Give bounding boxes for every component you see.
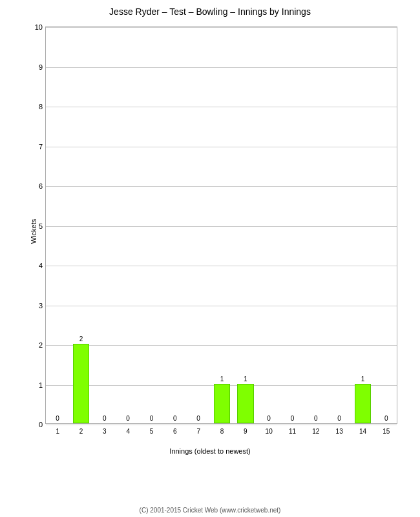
bar bbox=[214, 384, 230, 424]
bar-value-label: 1 bbox=[355, 375, 371, 383]
bar-value-label: 1 bbox=[214, 375, 230, 383]
y-tick-label: 3 bbox=[26, 302, 43, 310]
grid-line bbox=[46, 306, 397, 306]
chart-inner: 0123456789100122030405060718190100110120… bbox=[45, 26, 397, 424]
y-tick-label: 4 bbox=[26, 262, 43, 269]
y-tick-label: 7 bbox=[26, 143, 43, 151]
bar-value-label: 0 bbox=[260, 415, 277, 422]
bar-value-label: 0 bbox=[331, 415, 347, 422]
x-tick-label: 4 bbox=[126, 428, 130, 435]
x-tick-label: 2 bbox=[79, 428, 83, 435]
grid-line bbox=[46, 27, 397, 28]
grid-line bbox=[46, 67, 397, 68]
x-tick-label: 6 bbox=[173, 428, 177, 435]
bar-value-label: 0 bbox=[49, 415, 65, 422]
chart-area: Wickets 01234567891001220304050607181901… bbox=[16, 23, 404, 463]
grid-line bbox=[46, 345, 397, 346]
x-tick-label: 11 bbox=[289, 428, 296, 435]
grid-line bbox=[46, 226, 397, 227]
x-tick-label: 12 bbox=[312, 428, 319, 435]
y-tick-label: 1 bbox=[26, 381, 43, 389]
y-tick-label: 2 bbox=[26, 341, 43, 349]
bar bbox=[355, 384, 371, 424]
bar-value-label: 0 bbox=[143, 415, 160, 422]
grid-line bbox=[46, 107, 397, 107]
y-tick-label: 10 bbox=[26, 23, 43, 31]
grid-line bbox=[46, 186, 397, 187]
y-tick-label: 6 bbox=[26, 182, 43, 190]
x-tick-label: 8 bbox=[220, 428, 224, 435]
x-tick-label: 7 bbox=[196, 428, 200, 435]
chart-container: Jesse Ryder – Test – Bowling – Innings b… bbox=[0, 0, 420, 517]
grid-line bbox=[46, 425, 397, 425]
bar-value-label: 1 bbox=[237, 375, 253, 383]
x-axis-label: Innings (oldest to newest) bbox=[169, 447, 250, 455]
bar-value-label: 2 bbox=[73, 335, 89, 343]
x-tick-label: 5 bbox=[150, 428, 154, 435]
y-tick-label: 5 bbox=[26, 222, 43, 230]
y-tick-label: 0 bbox=[26, 421, 43, 428]
y-tick-label: 8 bbox=[26, 103, 43, 111]
grid-line bbox=[46, 147, 397, 147]
bar-value-label: 0 bbox=[167, 415, 183, 422]
bar-value-label: 0 bbox=[284, 415, 300, 422]
x-tick-label: 3 bbox=[103, 428, 107, 435]
x-tick-label: 15 bbox=[383, 428, 390, 435]
grid-line bbox=[46, 266, 397, 266]
bar-value-label: 0 bbox=[378, 415, 394, 422]
x-tick-label: 1 bbox=[56, 428, 59, 435]
bar-value-label: 0 bbox=[96, 415, 112, 422]
x-tick-label: 9 bbox=[244, 428, 247, 435]
y-tick-label: 9 bbox=[26, 63, 43, 71]
bar-value-label: 0 bbox=[190, 415, 206, 422]
bar bbox=[73, 344, 89, 423]
chart-title: Jesse Ryder – Test – Bowling – Innings b… bbox=[109, 6, 311, 17]
x-tick-label: 14 bbox=[359, 428, 366, 435]
bar bbox=[237, 384, 253, 424]
bar-value-label: 0 bbox=[308, 415, 324, 422]
x-tick-label: 10 bbox=[266, 428, 273, 435]
copyright: (C) 2001-2015 Cricket Web (www.cricketwe… bbox=[0, 507, 420, 514]
x-tick-label: 13 bbox=[336, 428, 343, 435]
bar-value-label: 0 bbox=[120, 415, 136, 422]
